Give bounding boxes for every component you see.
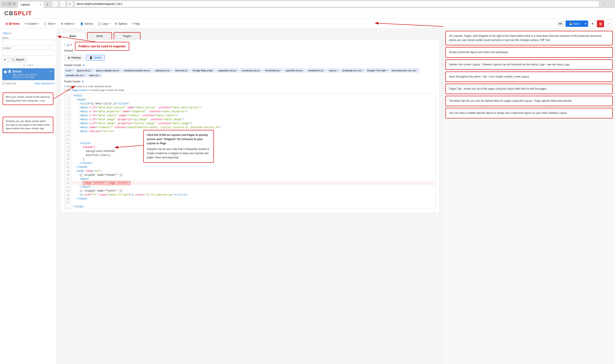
nav-addons[interactable]: ⚙ Addons ▾ (59, 21, 77, 27)
asset-tag[interactable]: bootstrap.min.css▾ (341, 68, 364, 72)
forward-btn[interactable]: → (60, 1, 66, 7)
code-line: 3 <meta v-if="meta.description" name="de… (64, 106, 435, 110)
code-editor[interactable]: <html> 1 <head> 2 <title>{{ meta.title }… (64, 94, 436, 209)
save-dropdown-button[interactable]: ▾ (583, 20, 588, 27)
clear-search-button[interactable]: ✕ (2, 57, 8, 63)
asset-tag[interactable]: easing.min.js▾ (154, 68, 173, 72)
asset-dropdown-icon[interactable]: ▾ (150, 69, 151, 72)
asset-dropdown-icon[interactable]: ▾ (72, 69, 73, 72)
asset-dropdown-icon[interactable]: ▾ (324, 69, 325, 72)
expand-button[interactable]: ⤢ (605, 20, 612, 27)
line-content: <html> (71, 94, 83, 98)
nav-logs[interactable]: 📋 Logs ▾ (96, 21, 112, 27)
add-layout-button[interactable]: + (589, 20, 596, 27)
asset-tag[interactable]: hoverIntent.js▾ (264, 68, 283, 72)
nav-home[interactable]: ⏻ ⏻ Home (3, 21, 22, 27)
nav-store[interactable]: 🛒 Store ▾ (42, 21, 58, 27)
asset-tag[interactable]: animate.min.css▾ (64, 73, 86, 77)
delete-layout-button[interactable]: 🗑 (597, 20, 604, 27)
content-icon: ✦ (25, 22, 27, 25)
address-bar[interactable] (75, 1, 599, 7)
item-checkbox[interactable] (4, 70, 7, 73)
code-line: 1 <head> (64, 98, 435, 102)
asset-dropdown-icon[interactable]: ▾ (84, 74, 85, 77)
path-dropdown-icon[interactable]: ▾ (70, 43, 72, 46)
asset-tag[interactable]: main.js▾ (327, 68, 340, 72)
asset-dropdown-icon[interactable]: ▾ (91, 69, 92, 72)
search-button[interactable]: 🔍 Search (9, 57, 27, 62)
nav-options[interactable]: ⚙ Options (112, 21, 129, 27)
code-view-btn[interactable]: </> (556, 21, 564, 26)
header-assets-add-icon[interactable]: + (83, 63, 85, 67)
asset-dropdown-icon[interactable]: ▾ (362, 69, 363, 72)
win-close[interactable]: ✕ (12, 2, 16, 6)
asset-dropdown-icon[interactable]: ▾ (417, 69, 418, 72)
asset-tag[interactable]: font-awesome.min.css▾ (390, 68, 419, 72)
nav-content[interactable]: ✦ Content ▾ (22, 21, 41, 27)
code-line: 25 <a href="#" class="back-to-top"><i cl… (64, 193, 435, 197)
asset-dropdown-icon[interactable]: ▾ (387, 69, 388, 72)
asset-dropdown-icon[interactable]: ▾ (187, 69, 189, 72)
asset-dropdown-icon[interactable]: ▾ (337, 69, 338, 72)
back-btn[interactable]: ← (52, 1, 58, 7)
tab-meta[interactable]: Meta (87, 32, 112, 39)
store-icon: 🛒 (44, 22, 47, 25)
code-line: 27 (64, 201, 435, 205)
logo: CBSPLIT (4, 10, 32, 17)
asset-dropdown-icon[interactable]: ▾ (303, 69, 304, 72)
footer-assets-add-icon[interactable]: + (82, 79, 84, 83)
asset-dropdown-icon[interactable]: ▾ (213, 69, 214, 72)
browser-tab-layouts[interactable]: Layouts ✕ (18, 1, 44, 8)
item-meta: May 8 2018, 08:52AM by admin(116.74.96.1… (13, 74, 49, 78)
refresh-btn[interactable]: ↻ (67, 1, 73, 7)
asset-tag[interactable]: bootstrap.bundle.min.js▾ (123, 68, 153, 72)
select-all-label: Select All (6, 82, 16, 85)
code-line: 10 (64, 133, 435, 137)
asset-dropdown-icon[interactable]: ▾ (99, 74, 100, 77)
tab-meta-label: Meta (96, 34, 103, 38)
tab-base[interactable]: Base (60, 32, 85, 39)
code-icon: </> (558, 22, 562, 25)
save-icon: 💾 (569, 22, 573, 25)
mobile-view-btn[interactable]: 📱 Mobile (86, 55, 105, 61)
name-field[interactable] (2, 40, 55, 45)
tab-pages[interactable]: Pages (114, 32, 140, 39)
new-tab-button[interactable]: + (44, 1, 51, 8)
path-link[interactable]: / a (66, 43, 69, 46)
breadcrumb[interactable]: / Root ▾ (2, 31, 55, 37)
asset-dropdown-icon[interactable]: ▾ (280, 69, 281, 72)
nav-help[interactable]: ? Help (130, 21, 142, 27)
save-button[interactable]: 💾 Save (566, 20, 583, 27)
asset-tag[interactable]: contactform.js▾ (306, 68, 326, 72)
asset-tag[interactable]: Google Font style▾ (365, 68, 389, 72)
desktop-view-btn[interactable]: 🖥 Desktop (64, 55, 84, 61)
name-field-label: Name (2, 37, 55, 39)
drag-info: ℹ Drag and drop to re-order attached ass… (64, 85, 436, 88)
asset-tag[interactable]: x.css▾ (64, 68, 74, 72)
win-restore[interactable]: ❐ (7, 2, 11, 6)
asset-dropdown-icon[interactable]: ▾ (260, 69, 261, 72)
asset-tag[interactable]: jquery.min.js▾ (75, 68, 94, 72)
asset-tag[interactable]: counterup.min.js▾ (240, 68, 263, 72)
asset-dropdown-icon[interactable]: ▾ (119, 69, 120, 72)
content-field[interactable] (2, 50, 55, 55)
select-all-checkbox[interactable] (2, 82, 5, 85)
asset-dropdown-icon[interactable]: ▾ (170, 69, 171, 72)
move-selected[interactable]: Move selected to ▾ (35, 82, 55, 85)
help-icon: ? (132, 22, 134, 25)
browser-menu-icon[interactable]: ⋮ (607, 1, 613, 7)
bookmark-icon[interactable]: ☆ (601, 1, 606, 7)
asset-tag[interactable]: jquery-migrate.min.js▾ (95, 68, 122, 72)
tab-close-icon[interactable]: ✕ (39, 3, 41, 6)
asset-dropdown-icon[interactable]: ▾ (236, 69, 238, 72)
asset-tag[interactable]: wow.min.js▾ (174, 68, 190, 72)
win-minimize[interactable]: — (2, 2, 6, 6)
annotation-close: Simply closes the layout and clears the … (446, 47, 613, 57)
sidebar-list-item[interactable]: 📄 Default May 8 2018, 08:52AM by admin(1… (2, 68, 55, 80)
select-all[interactable]: Select All (2, 82, 16, 85)
asset-tag[interactable]: superfish.min.js▾ (284, 68, 305, 72)
asset-tag[interactable]: waypoints.min.js▾ (216, 68, 239, 72)
asset-tag[interactable]: Google Map script▾ (191, 68, 215, 72)
nav-admins[interactable]: 👤 Admins (78, 21, 95, 27)
asset-tag[interactable]: style.css▾ (87, 73, 101, 77)
